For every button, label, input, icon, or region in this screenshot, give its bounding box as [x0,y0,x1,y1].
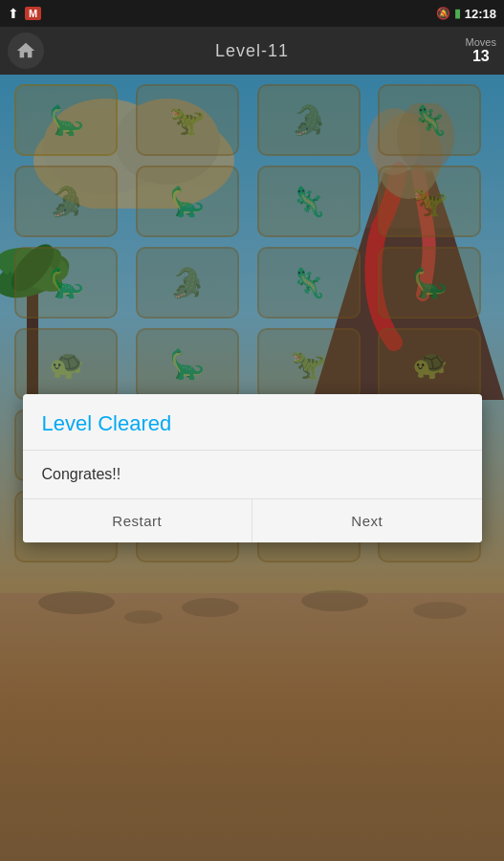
status-bar: ⬆ M 🔕 ▮ 12:18 [0,0,504,27]
dialog-overlay: Level Cleared Congrates!! Restart Next [0,75,504,861]
dialog-title-bar: Level Cleared [23,394,482,451]
dialog-body: Congrates!! [23,451,482,498]
home-button[interactable] [8,33,44,69]
usb-icon: ⬆ [8,6,19,21]
moves-display: Moves 13 [466,36,496,65]
dialog-title: Level Cleared [42,411,172,435]
restart-button[interactable]: Restart [23,499,253,542]
moves-label: Moves [466,36,496,48]
clock: 12:18 [465,7,496,21]
dialog-message: Congrates!! [42,466,121,482]
moves-value: 13 [472,48,490,65]
game-background: 🦕 🦖 🐊 🦎 🐊 🦕 🦎 🦖 🦕 🐊 🦎 🦕 🐢 🦕 🦖 🐢 🦎 🦕 🐊 🦖 … [0,75,504,861]
level-title: Level-11 [215,41,289,61]
dialog-buttons: Restart Next [23,498,482,542]
mute-icon: 🔕 [436,7,450,20]
next-button[interactable]: Next [252,499,482,542]
battery-icon: ▮ [454,7,461,20]
header-bar: Level-11 Moves 13 [0,27,504,75]
gmail-icon: M [25,7,41,20]
level-cleared-dialog: Level Cleared Congrates!! Restart Next [23,394,482,542]
